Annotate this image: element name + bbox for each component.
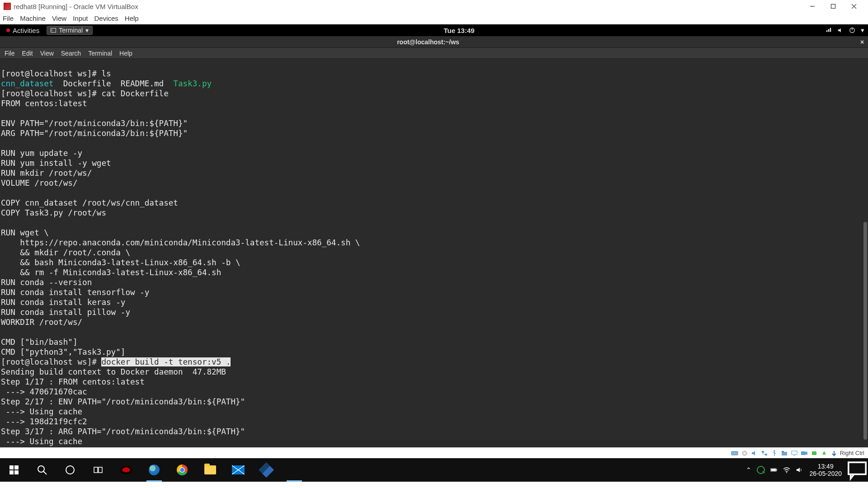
terminal-line: RUN conda install pillow -y (1, 308, 130, 317)
volume-icon (837, 27, 844, 33)
terminal-line (1, 328, 6, 337)
vb-menu-machine[interactable]: Machine (20, 14, 46, 22)
svg-point-9 (744, 452, 745, 454)
terminal-line: VOLUME /root/ws/ (1, 178, 77, 188)
svg-rect-32 (849, 462, 866, 474)
terminal-line: ---> 470671670cac (1, 387, 87, 396)
active-app-pill[interactable]: Terminal ▾ (47, 26, 93, 35)
terminal-line: ENV PATH="/root/miniconda3/bin:${PATH}" (1, 119, 188, 128)
svg-rect-15 (792, 451, 797, 455)
terminal-line: cnn_dataset Dockerfile README.md Task3.p… (1, 79, 212, 88)
vb-menu-devices[interactable]: Devices (94, 14, 118, 22)
terminal-line: && bash Miniconda3-latest-Linux-x86_64.s… (1, 258, 241, 267)
vb-menu-view[interactable]: View (52, 14, 66, 22)
terminal-line: COPY cnn_dataset /root/ws/cnn_dataset (1, 198, 178, 207)
folder-icon (204, 465, 216, 474)
vb-hostkey-label: Right Ctrl (840, 450, 864, 456)
wifi-icon[interactable] (783, 466, 790, 474)
tray-chevron-up-icon[interactable]: ⌃ (746, 466, 751, 474)
vb-menu-help[interactable]: Help (125, 14, 139, 22)
term-menu-search[interactable]: Search (61, 50, 81, 57)
vb-recording-icon[interactable] (800, 450, 808, 457)
svg-rect-30 (771, 469, 776, 471)
svg-point-23 (38, 466, 44, 472)
taskbar-app-chrome[interactable] (168, 458, 196, 482)
terminal-line: Step 1/17 : FROM centos:latest (1, 377, 145, 386)
virtualbox-icon (4, 3, 11, 10)
vb-hdd-icon[interactable] (731, 450, 739, 457)
windows-taskbar: ⌃ 13:49 26-05-2020 (0, 458, 868, 482)
vb-audio-icon[interactable] (750, 450, 759, 457)
svg-point-31 (786, 472, 787, 473)
task-view-icon (93, 465, 104, 475)
close-button[interactable] (844, 0, 864, 13)
terminal-line: && mkdir /root/.conda \ (1, 248, 130, 257)
vb-display-icon[interactable] (790, 450, 798, 457)
svg-rect-21 (9, 470, 14, 474)
battery-icon[interactable] (770, 466, 778, 474)
minimize-button[interactable] (802, 0, 823, 13)
taskbar-app-virtualbox[interactable] (252, 458, 280, 482)
taskbar-clock[interactable]: 13:49 26-05-2020 (805, 463, 846, 477)
gnome-clock[interactable]: Tue 13:49 (93, 27, 826, 34)
terminal-line: ARG PATH="/root/miniconda3/bin:${PATH}" (1, 129, 188, 138)
vb-keyboard-icon[interactable] (830, 450, 838, 457)
taskbar-app-mail[interactable] (224, 458, 252, 482)
scrollbar-thumb[interactable] (863, 222, 867, 440)
term-menu-file[interactable]: File (5, 50, 15, 57)
activities-button[interactable]: Activities (4, 27, 42, 34)
search-button[interactable] (28, 458, 56, 482)
cortana-button[interactable] (56, 458, 84, 482)
vb-network-icon[interactable] (760, 450, 769, 457)
taskbar-app-edge[interactable] (140, 458, 168, 482)
terminal-line: RUN wget \ (1, 228, 49, 237)
vb-usb-icon[interactable] (770, 450, 778, 457)
search-icon (37, 465, 47, 475)
windows-icon (9, 465, 19, 475)
terminal-scrollbar[interactable] (863, 59, 868, 447)
redhat-icon (120, 466, 132, 474)
terminal-tab-title: root@localhost:~/ws (0, 38, 856, 46)
svg-rect-13 (782, 452, 787, 455)
terminal-line: RUN yum install -y wget (1, 159, 111, 168)
terminal-line: FROM centos:latest (1, 99, 87, 108)
task-view-button[interactable] (84, 458, 112, 482)
system-tray[interactable]: ⌃ (744, 466, 805, 474)
volume-icon[interactable] (796, 466, 803, 474)
svg-rect-10 (762, 451, 764, 453)
window-title: redhat8 [Running] - Oracle VM VirtualBox (14, 3, 138, 10)
term-menu-help[interactable]: Help (119, 50, 132, 57)
gnome-status-tray[interactable]: ▾ (826, 26, 864, 34)
action-center-button[interactable] (846, 458, 868, 482)
terminal-body[interactable]: [root@localhost ws]# ls cnn_dataset Dock… (0, 59, 868, 447)
terminal-line (1, 139, 6, 148)
virtualbox-titlebar: redhat8 [Running] - Oracle VM VirtualBox (0, 0, 868, 13)
terminal-line: CMD ["python3","Task3.py"] (1, 347, 125, 357)
start-button[interactable] (0, 458, 28, 482)
vb-mouse-icon[interactable] (820, 450, 828, 457)
svg-rect-20 (14, 465, 19, 469)
terminal-line: RUN conda install keras -y (1, 298, 125, 307)
vb-cpu-icon[interactable] (810, 450, 818, 457)
vb-cd-icon[interactable] (741, 450, 749, 457)
vb-shared-folder-icon[interactable] (780, 450, 788, 457)
tray-app-icon[interactable] (757, 466, 765, 474)
edge-icon (149, 465, 160, 475)
terminal-line: Step 2/17 : ENV PATH="/root/miniconda3/b… (1, 397, 245, 406)
term-menu-view[interactable]: View (40, 50, 54, 57)
terminal-line: [root@localhost ws]# ls (1, 69, 111, 78)
terminal-line: ---> 198d21f9cfc2 (1, 417, 87, 426)
maximize-button[interactable] (823, 0, 844, 13)
taskbar-app-explorer[interactable] (196, 458, 224, 482)
terminal-tab-close[interactable]: × (856, 38, 868, 46)
vb-menu-input[interactable]: Input (73, 14, 88, 22)
taskbar-app-redhat[interactable] (112, 458, 140, 482)
taskbar-app-virtualbox-running[interactable] (280, 458, 308, 482)
term-menu-terminal[interactable]: Terminal (88, 50, 112, 57)
terminal-line: && rm -f Miniconda3-latest-Linux-x86_64.… (1, 268, 221, 277)
term-menu-edit[interactable]: Edit (22, 50, 33, 57)
cortana-icon (65, 465, 75, 475)
vb-menu-file[interactable]: File (3, 14, 14, 22)
terminal-icon (51, 28, 56, 33)
activities-label: Activities (13, 27, 39, 34)
